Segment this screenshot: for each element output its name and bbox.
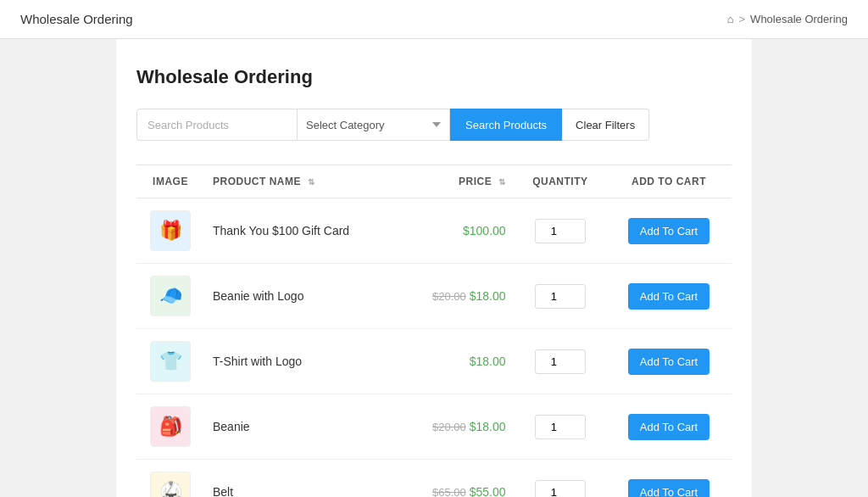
product-price-cell: $20.00$18.00 — [399, 394, 514, 460]
product-cart-cell: Add To Cart — [606, 329, 732, 394]
product-table: IMAGE PRODUCT NAME ⇅ PRICE ⇅ QUANTITY AD… — [136, 165, 732, 497]
product-thumbnail: 🎁 — [150, 210, 191, 251]
price-original: $65.00 — [432, 486, 466, 497]
add-to-cart-button[interactable]: Add To Cart — [628, 283, 709, 310]
product-cart-cell: Add To Cart — [606, 460, 732, 498]
price-current: $18.00 — [470, 355, 506, 368]
product-qty-cell — [515, 264, 606, 329]
product-image-cell: 🧢 — [136, 264, 204, 329]
col-header-image: IMAGE — [136, 165, 204, 198]
table-row: 🎒 Beanie $20.00$18.00 Add To Cart — [136, 394, 732, 460]
product-name-cell: T-Shirt with Logo — [204, 329, 399, 394]
clear-filters-button[interactable]: Clear Filters — [562, 109, 649, 141]
top-bar: Wholesale Ordering ⌂ > Wholesale Orderin… — [0, 0, 868, 39]
product-thumbnail: 🧢 — [150, 276, 191, 316]
table-row: 🧢 Beanie with Logo $20.00$18.00 Add To C… — [136, 264, 732, 329]
product-name-cell: Thank You $100 Gift Card — [204, 198, 399, 264]
product-cart-cell: Add To Cart — [606, 264, 732, 329]
price-current: $18.00 — [470, 289, 506, 303]
product-price-cell: $20.00$18.00 — [399, 264, 514, 329]
col-header-quantity: QUANTITY — [515, 165, 606, 198]
col-header-name: PRODUCT NAME ⇅ — [204, 165, 399, 198]
product-name-cell: Beanie — [204, 394, 399, 460]
breadcrumb: ⌂ > Wholesale Ordering — [727, 13, 848, 25]
breadcrumb-current: Wholesale Ordering — [750, 13, 848, 25]
table-header: IMAGE PRODUCT NAME ⇅ PRICE ⇅ QUANTITY AD… — [136, 165, 732, 198]
col-header-cart: ADD TO CART — [606, 165, 732, 198]
search-products-button[interactable]: Search Products — [450, 109, 562, 141]
topbar-title: Wholesale Ordering — [20, 12, 133, 26]
filter-bar: Select Category Search Products Clear Fi… — [136, 109, 732, 141]
product-cart-cell: Add To Cart — [606, 198, 732, 264]
price-original: $20.00 — [432, 421, 466, 433]
table-row: 👕 T-Shirt with Logo $18.00 Add To Cart — [136, 329, 732, 394]
sort-name-icon[interactable]: ⇅ — [308, 177, 315, 187]
product-qty-cell — [515, 329, 606, 394]
add-to-cart-button[interactable]: Add To Cart — [628, 218, 709, 244]
product-cart-cell: Add To Cart — [606, 394, 732, 460]
product-image-cell: 🎒 — [136, 394, 204, 460]
home-icon[interactable]: ⌂ — [727, 13, 734, 25]
price-current: $100.00 — [463, 224, 506, 237]
price-original: $20.00 — [432, 290, 466, 303]
col-header-price: PRICE ⇅ — [399, 165, 514, 198]
quantity-input[interactable] — [535, 349, 586, 374]
product-qty-cell — [515, 460, 606, 498]
product-qty-cell — [515, 394, 606, 460]
category-select[interactable]: Select Category — [298, 109, 450, 141]
quantity-input[interactable] — [535, 219, 586, 243]
product-name-cell: Beanie with Logo — [204, 264, 399, 329]
product-thumbnail: 👕 — [150, 341, 191, 382]
quantity-input[interactable] — [535, 415, 586, 439]
add-to-cart-button[interactable]: Add To Cart — [628, 479, 709, 498]
product-image-cell: 🥋 — [136, 460, 204, 498]
table-row: 🎁 Thank You $100 Gift Card $100.00 Add T… — [136, 198, 732, 264]
product-price-cell: $18.00 — [399, 329, 514, 394]
quantity-input[interactable] — [535, 480, 586, 498]
sort-price-icon[interactable]: ⇅ — [498, 177, 506, 187]
price-current: $55.00 — [470, 485, 506, 497]
product-image-cell: 👕 — [136, 329, 204, 394]
product-thumbnail: 🎒 — [150, 406, 191, 447]
product-image-cell: 🎁 — [136, 198, 204, 264]
breadcrumb-separator: > — [739, 13, 746, 25]
product-price-cell: $65.00$55.00 — [399, 460, 514, 498]
product-price-cell: $100.00 — [399, 198, 514, 264]
search-input[interactable] — [136, 109, 298, 141]
add-to-cart-button[interactable]: Add To Cart — [628, 414, 709, 440]
product-tbody: 🎁 Thank You $100 Gift Card $100.00 Add T… — [136, 198, 732, 498]
table-row: 🥋 Belt $65.00$55.00 Add To Cart — [136, 460, 732, 498]
page-content: Wholesale Ordering Select Category Searc… — [116, 39, 752, 497]
price-current: $18.00 — [470, 420, 506, 433]
product-name-cell: Belt — [204, 460, 399, 498]
product-qty-cell — [515, 198, 606, 264]
product-thumbnail: 🥋 — [150, 472, 191, 497]
add-to-cart-button[interactable]: Add To Cart — [628, 349, 709, 375]
page-title: Wholesale Ordering — [136, 66, 732, 88]
quantity-input[interactable] — [535, 284, 586, 309]
